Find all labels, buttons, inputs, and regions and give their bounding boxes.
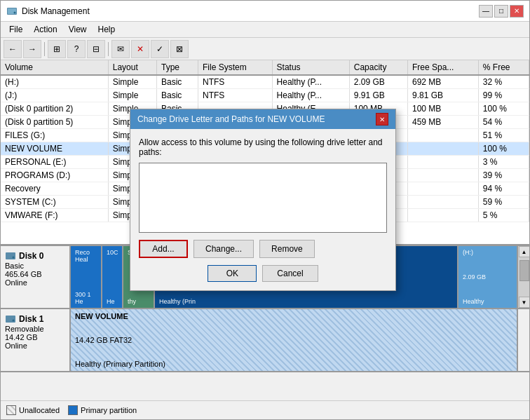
dialog-cancel-button[interactable]: Cancel [262,265,318,282]
dialog-title-bar: Change Drive Letter and Paths for NEW VO… [130,109,395,129]
dialog-remove-button[interactable]: Remove [259,240,315,258]
main-window: Disk Management — □ ✕ File Action View H… [0,0,530,420]
dialog-close-button[interactable]: ✕ [376,113,388,126]
dialog: Change Drive Letter and Paths for NEW VO… [130,109,396,291]
dialog-add-button[interactable]: Add... [139,240,188,258]
dialog-description: Allow access to this volume by using the… [139,137,387,157]
dialog-change-button[interactable]: Change... [193,240,254,258]
dialog-ok-cancel-buttons: OK Cancel [139,265,387,282]
dialog-action-buttons: Add... Change... Remove [139,240,387,258]
modal-overlay: Change Drive Letter and Paths for NEW VO… [0,0,530,420]
dialog-title-text: Change Drive Letter and Paths for NEW VO… [137,114,325,124]
dialog-body: Allow access to this volume by using the… [130,129,395,290]
dialog-ok-button[interactable]: OK [208,265,257,282]
dialog-listbox[interactable] [139,163,387,233]
